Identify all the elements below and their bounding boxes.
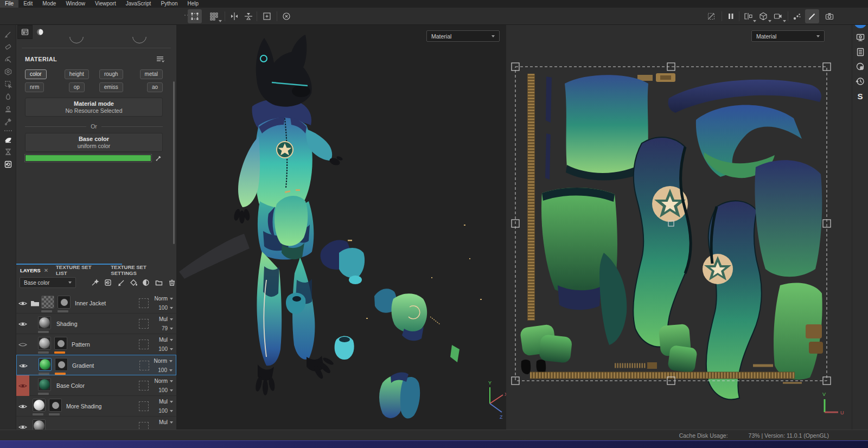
channel-op-button[interactable]: op [69, 82, 85, 92]
layer-mask-thumbnail[interactable] [55, 358, 68, 371]
camera-view-button[interactable] [771, 9, 785, 23]
layer-row-shading[interactable]: Shading Mul 79 [16, 313, 176, 334]
layer-mask-thumbnail[interactable] [58, 296, 71, 309]
layer-mask-thumbnail[interactable] [49, 399, 62, 412]
split-view-button[interactable] [741, 9, 755, 23]
visibility-toggle[interactable] [16, 334, 29, 355]
eyedropper-icon[interactable] [155, 154, 163, 162]
layer-mask-thumbnail[interactable] [54, 337, 67, 350]
opacity-select[interactable]: 100 [148, 406, 173, 415]
menu-python[interactable]: Python [156, 0, 182, 8]
channel-metal-button[interactable]: metal [140, 69, 163, 79]
add-fill-layer-icon[interactable] [129, 278, 138, 287]
scrollbar[interactable] [173, 81, 175, 244]
channel-rough-button[interactable]: rough [99, 69, 123, 79]
add-smart-material-icon[interactable] [90, 278, 100, 287]
pause-engine-button[interactable] [724, 9, 738, 23]
mirror-vertical-button[interactable] [241, 9, 256, 23]
opacity-select[interactable]: 100 [148, 386, 173, 395]
properties-subtab-settings[interactable] [17, 25, 33, 39]
layer-thumbnail[interactable] [38, 378, 51, 391]
blend-mode-select[interactable]: Norm [148, 356, 173, 366]
channel-emiss-button[interactable]: emiss [99, 82, 123, 92]
tab-layers[interactable]: LAYERS✕ [16, 267, 52, 273]
layer-thumbnail[interactable] [33, 419, 46, 430]
layer-row-pattern[interactable]: Pattern Mul 100 [16, 334, 176, 355]
menu-viewport[interactable]: Viewport [90, 0, 121, 8]
texture-set-list-button[interactable] [854, 46, 866, 58]
selection-tool-icon[interactable] [2, 78, 14, 90]
channel-filter-select[interactable]: Base color [20, 277, 76, 288]
layer-content-box[interactable] [139, 381, 149, 391]
history-button[interactable] [854, 75, 866, 87]
channel-height-button[interactable]: height [65, 69, 89, 79]
menu-window[interactable]: Window [61, 0, 90, 8]
baking-tool-icon[interactable] [2, 146, 14, 158]
particles-button[interactable] [790, 9, 804, 23]
mirror-horizontal-button[interactable] [227, 9, 241, 23]
blend-mode-select[interactable]: Norm [148, 376, 173, 386]
paint-tool-icon[interactable] [2, 28, 14, 40]
deselect-button[interactable] [704, 9, 718, 23]
viewport-3d[interactable]: Material [176, 25, 506, 430]
opacity-select[interactable]: 100 [148, 344, 173, 354]
screenshot-camera-button[interactable] [822, 9, 837, 23]
visibility-toggle[interactable] [17, 355, 30, 376]
add-smart-mask-icon[interactable] [141, 278, 151, 287]
visibility-toggle[interactable] [16, 375, 29, 396]
viewport-2d[interactable]: Material [506, 25, 852, 430]
uv-tile-select-button[interactable] [188, 9, 202, 23]
close-icon[interactable]: ✕ [44, 267, 48, 273]
eraser-tool-icon[interactable] [2, 41, 14, 53]
reset-view-button[interactable] [279, 9, 293, 23]
layer-content-box[interactable] [139, 298, 149, 308]
material-picker-tool-icon[interactable] [2, 116, 14, 127]
clone-tool-icon[interactable] [2, 103, 14, 115]
layer-thumbnail[interactable] [41, 296, 54, 309]
layer-thumbnail[interactable] [38, 316, 51, 329]
visibility-toggle[interactable] [16, 293, 29, 313]
menu-mode[interactable]: Mode [37, 0, 61, 8]
quick-mask-tool-icon[interactable] [2, 133, 14, 145]
opacity-select[interactable]: 79 [148, 324, 173, 333]
menu-help[interactable]: Help [183, 0, 204, 8]
layer-content-box[interactable] [139, 319, 149, 329]
visibility-toggle[interactable] [16, 396, 29, 417]
menu-edit[interactable]: Edit [18, 0, 37, 8]
uv-tiling-mode-button[interactable] [207, 9, 221, 23]
smudge-tool-icon[interactable] [2, 91, 14, 103]
layer-row-gradient[interactable]: Gradient Norm 100 [16, 355, 176, 375]
substance-launcher-icon[interactable]: S [854, 90, 866, 102]
layer-thumbnail[interactable] [39, 358, 52, 371]
layer-content-box[interactable] [139, 401, 149, 411]
layer-row-more-shading[interactable]: More Shading Mul 100 [16, 396, 176, 417]
delete-layer-icon[interactable] [167, 278, 176, 287]
layer-thumbnail[interactable] [33, 399, 46, 412]
visibility-toggle[interactable] [16, 417, 29, 430]
paint-brush-tool-button[interactable] [805, 9, 819, 23]
layer-content-box[interactable] [139, 340, 149, 349]
layer-row-partial[interactable]: Mul [16, 417, 176, 430]
display-settings-button[interactable] [854, 31, 866, 43]
frame-view-button[interactable] [260, 9, 274, 23]
blend-mode-select[interactable]: Mul [148, 418, 173, 427]
add-effect-icon[interactable] [103, 278, 113, 287]
menu-javascript[interactable]: JavaScript [121, 0, 156, 8]
blend-mode-select[interactable]: Mul [148, 335, 173, 344]
layer-row-base-color[interactable]: Base Color Norm 100 [16, 375, 176, 396]
material-mode-button[interactable]: Material mode No Resource Selected [25, 98, 163, 117]
tab-texture-set-settings[interactable]: TEXTURE SET SETTINGS [107, 264, 176, 276]
blend-mode-select[interactable]: Mul [148, 397, 173, 406]
tab-texture-set-list[interactable]: TEXTURE SET LIST [52, 264, 107, 276]
material-display-select-3d[interactable]: Material [426, 30, 500, 42]
material-display-select-2d[interactable]: Material [751, 30, 825, 42]
3d-view-mode-button[interactable] [756, 9, 770, 23]
blend-mode-select[interactable]: Mul [148, 315, 173, 324]
add-folder-icon[interactable] [154, 278, 164, 287]
blend-mode-select[interactable]: Norm [148, 294, 173, 303]
shader-settings-button[interactable] [854, 61, 866, 73]
section-menu-icon[interactable] [156, 55, 164, 65]
base-color-mode-button[interactable]: Base color uniform color [25, 133, 163, 152]
menu-file[interactable]: File [0, 0, 18, 8]
properties-subtab-material[interactable] [33, 25, 48, 39]
